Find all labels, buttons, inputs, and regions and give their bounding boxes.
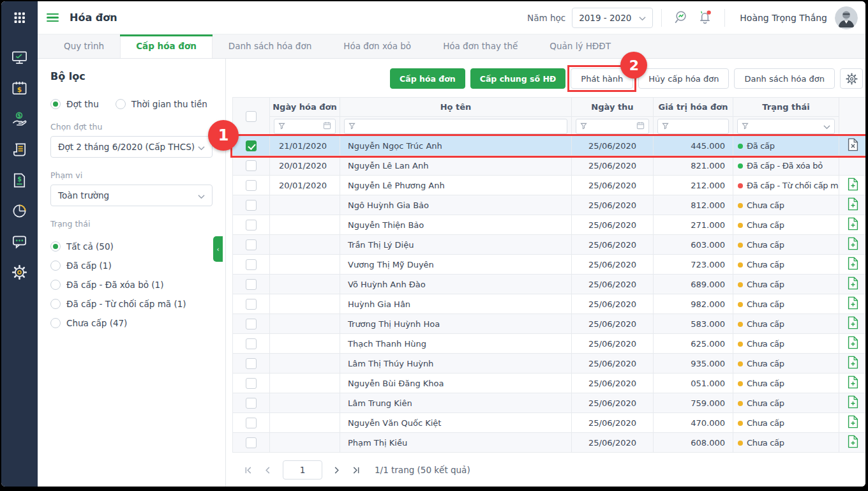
row-checkbox[interactable] [246,398,257,409]
apps-grid-icon[interactable] [12,10,27,28]
table-row[interactable]: Lâm Trung Kiên25/06/2020759.000Chưa cấp [233,393,866,413]
row-checkbox[interactable] [246,259,257,270]
file-add-icon[interactable] [847,342,859,351]
filter-mode-option-2[interactable]: Thời gian thu tiền [116,99,207,109]
header-collect_date[interactable]: Ngày thu [572,98,654,117]
header-invoice_date[interactable]: Ngày hóa đơn [270,98,340,117]
table-row[interactable]: Trần Thị Lý Diệu25/06/2020603.000Chưa cấ… [233,235,866,255]
header-amount[interactable]: Giá trị hóa đơn [654,98,733,117]
avatar[interactable] [835,6,858,29]
row-checkbox[interactable] [246,160,257,171]
table-row[interactable]: Nguyễn Thiện Bảo25/06/2020271.000Chưa cấ… [233,215,866,235]
search-trend-icon[interactable] [672,8,691,27]
invoice-document-icon[interactable]: $ [1,165,38,195]
panel-collapse-handle[interactable]: ‹ [213,236,223,262]
row-checkbox[interactable] [246,200,257,211]
row-checkbox[interactable] [246,319,257,329]
notification-bell-icon[interactable] [695,8,714,27]
row-checkbox[interactable] [246,279,257,290]
toolbar-button-4[interactable]: Hủy cấp hóa đơn [638,68,729,89]
report-pie-chart-icon[interactable] [1,195,38,226]
table-row[interactable]: Thạch Thanh Hùng25/06/2020625.000Chưa cấ… [233,334,866,354]
table-row[interactable]: Ngô Huỳnh Gia Bảo25/06/2020812.000Chưa c… [233,195,866,215]
filter-input-collect_date[interactable] [576,119,649,134]
status-option-4[interactable]: Đã cấp - Từ chối cấp mã (1) [50,294,213,313]
file-add-icon[interactable] [847,421,859,430]
file-add-icon[interactable] [847,322,859,331]
page-number-box[interactable]: 1 [283,460,322,480]
table-row[interactable]: 21/01/2020Nguyễn Ngọc Trúc Anh25/06/2020… [233,136,866,156]
status-option-1[interactable]: Tất cả (50) [50,237,213,256]
file-add-icon[interactable] [847,262,859,272]
fee-calendar-icon[interactable]: $ [1,73,38,103]
table-row[interactable]: Võ Huỳnh Anh Đào25/06/2020689.000Chưa cấ… [233,275,866,294]
file-add-icon[interactable] [847,441,859,450]
table-row[interactable]: Nguyễn Văn Quốc Kiệt25/06/2020470.000Chư… [233,413,866,433]
table-row[interactable]: Vương Thị Mỹ Duyên25/06/2020723.000Chưa … [233,255,866,275]
file-add-icon[interactable] [847,223,859,232]
toolbar-button-5[interactable]: Danh sách hóa đơn [734,68,835,89]
row-checkbox[interactable] [246,180,257,191]
table-row[interactable]: Lâm Thị Thúy Huỳnh25/06/2020935.000Chưa … [233,354,866,374]
toolbar-button-2[interactable]: Cấp chung số HĐ [470,68,566,89]
file-add-icon[interactable] [847,302,859,312]
filter-input-amount[interactable] [657,119,729,134]
header-name[interactable]: Họ tên [340,98,572,117]
file-add-icon[interactable] [847,243,859,252]
user-name[interactable]: Hoàng Trọng Thắng [740,13,827,23]
row-checkbox[interactable] [246,239,257,250]
table-row[interactable]: Trương Thị Huỳnh Hoa25/06/2020583.000Chư… [233,314,866,334]
tab-1[interactable]: Quy trình [48,34,120,58]
dashboard-monitor-icon[interactable] [1,42,38,73]
table-row[interactable]: Nguyễn Bùi Đăng Khoa25/06/2020051.000Chư… [233,374,866,393]
status-option-5[interactable]: Chưa cấp (47) [50,313,213,333]
menu-hamburger-icon[interactable] [47,13,59,22]
row-checkbox[interactable] [246,358,257,369]
file-add-icon[interactable] [847,203,859,213]
tab-2[interactable]: Cấp hóa đơn [120,34,213,58]
filter-input-invoice_date[interactable] [274,119,336,134]
table-row[interactable]: 20/01/2020Nguyễn Lê Lan Anh25/06/2020821… [233,156,866,176]
first-page-button[interactable] [241,462,256,478]
batch-select[interactable]: Đợt 2 tháng 6/2020 (Cấp THCS) [50,136,213,158]
school-year-select[interactable]: 2019 - 2020 [572,8,653,28]
table-settings-gear-button[interactable] [840,68,863,89]
status-option-3[interactable]: Đã cấp - Đã xóa bỏ (1) [50,275,213,294]
calendar-icon[interactable] [323,120,331,132]
scope-select[interactable]: Toàn trường [50,185,213,206]
filter-mode-option-1[interactable]: Đợt thu [50,99,99,109]
row-checkbox[interactable] [246,418,257,428]
row-checkbox[interactable] [246,299,257,310]
row-checkbox[interactable] [246,437,257,448]
file-add-icon[interactable] [847,361,859,371]
prev-page-button[interactable] [260,462,275,478]
status-option-2[interactable]: Đã cấp (1) [50,256,213,275]
next-page-button[interactable] [329,462,344,478]
toolbar-button-1[interactable]: Cấp hóa đơn [390,68,465,89]
tab-6[interactable]: Quản lý HĐĐT [534,34,627,58]
settings-gear-icon[interactable] [1,257,38,287]
filter-input-status[interactable] [737,119,835,134]
file-add-icon[interactable] [847,282,859,292]
table-row[interactable]: 20/01/2020Nguyễn Lê Phương Anh25/06/2020… [233,176,866,195]
row-checkbox[interactable] [246,378,257,389]
filter-input-name[interactable] [344,119,567,134]
tab-3[interactable]: Danh sách hóa đơn [213,34,327,58]
receipt-list-icon[interactable] [1,134,38,165]
collection-hand-coin-icon[interactable]: $ [1,103,38,134]
tab-5[interactable]: Hóa đơn thay thế [427,34,534,58]
row-checkbox[interactable] [246,338,257,349]
last-page-button[interactable] [348,462,363,478]
header-status[interactable]: Trạng thái [733,98,839,117]
file-remove-icon[interactable] [847,144,859,153]
calendar-icon[interactable] [636,120,645,132]
row-checkbox[interactable] [246,220,257,230]
select-all-checkbox[interactable] [246,111,257,122]
phat-hanh-button[interactable]: Phát hành2 [571,68,633,89]
chat-support-icon[interactable] [1,226,38,257]
table-row[interactable]: Phạm Thị Kiều25/06/2020608.000Chưa cấp [233,433,866,453]
file-add-icon[interactable] [847,381,859,391]
file-add-icon[interactable] [847,401,859,411]
file-add-icon[interactable] [847,183,859,193]
row-checkbox[interactable] [246,140,257,151]
